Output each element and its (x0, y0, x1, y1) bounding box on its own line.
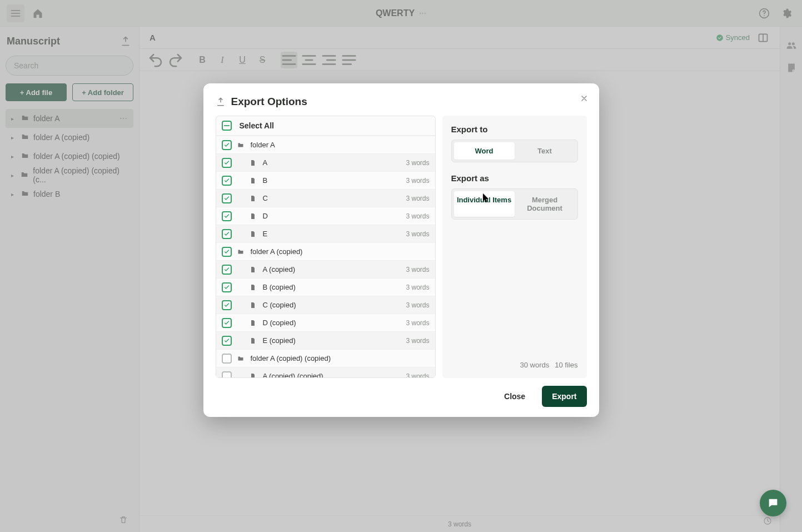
modal-backdrop[interactable]: Export Options Select All folder AA3 wor… (0, 0, 802, 532)
export-options-modal: Export Options Select All folder AA3 wor… (203, 83, 599, 417)
export-file-row[interactable]: B3 words (216, 171, 435, 189)
row-label: A (copied) (copied) (263, 372, 323, 377)
minus-icon (224, 125, 230, 126)
modal-title: Export Options (231, 96, 307, 108)
checkbox[interactable] (222, 265, 232, 275)
file-icon (250, 231, 257, 237)
check-icon (223, 213, 230, 220)
check-icon (223, 302, 230, 309)
row-label: C (copied) (263, 301, 296, 309)
row-word-count: 3 words (406, 266, 429, 274)
check-icon (223, 337, 230, 344)
checkbox[interactable] (222, 158, 232, 168)
check-icon (223, 284, 230, 291)
export-file-row[interactable]: C (copied)3 words (216, 296, 435, 314)
row-label: B (copied) (263, 283, 296, 291)
file-icon (250, 284, 257, 291)
row-word-count: 3 words (406, 284, 429, 291)
checkbox[interactable] (222, 229, 232, 239)
row-label: E (copied) (263, 336, 296, 345)
file-icon (250, 302, 257, 309)
row-label: C (263, 194, 268, 202)
select-all-label: Select All (240, 121, 275, 130)
checkbox[interactable] (222, 318, 232, 328)
export-file-row[interactable]: C3 words (216, 189, 435, 207)
check-icon (223, 248, 230, 255)
export-to-option[interactable]: Text (515, 142, 575, 160)
export-file-list[interactable]: folder AA3 wordsB3 wordsC3 wordsD3 words… (216, 136, 435, 377)
close-button[interactable]: Close (494, 386, 535, 407)
checkbox[interactable] (222, 140, 232, 150)
file-icon (250, 337, 257, 344)
row-word-count: 3 words (406, 301, 429, 309)
check-icon (223, 320, 230, 326)
export-to-option[interactable]: Word (454, 142, 515, 160)
svg-rect-4 (224, 125, 230, 126)
export-as-label: Export as (451, 173, 578, 183)
checkbox[interactable] (222, 211, 232, 221)
checkbox[interactable] (222, 193, 232, 203)
row-label: folder A (copied) (251, 247, 303, 256)
file-icon (250, 177, 257, 184)
check-icon (223, 231, 230, 237)
row-label: A (copied) (263, 265, 296, 274)
file-icon (250, 373, 257, 378)
row-label: D (copied) (263, 319, 296, 327)
chat-bubble-button[interactable] (760, 490, 786, 516)
export-folder-row[interactable]: folder A (copied) (copied) (216, 349, 435, 367)
close-icon (580, 94, 589, 103)
file-icon (250, 320, 257, 326)
row-word-count: 3 words (406, 230, 429, 238)
export-file-row[interactable]: A (copied) (copied)3 words (216, 367, 435, 377)
checkbox[interactable] (222, 371, 232, 378)
checkbox[interactable] (222, 336, 232, 346)
export-as-option[interactable]: Individual Items (454, 191, 515, 217)
row-word-count: 3 words (406, 159, 429, 167)
modal-close-button[interactable] (577, 91, 591, 106)
export-to-label: Export to (451, 125, 578, 134)
export-to-segment: WordText (451, 140, 578, 162)
export-file-row[interactable]: D3 words (216, 207, 435, 225)
row-label: D (263, 212, 268, 220)
export-file-row[interactable]: A (copied)3 words (216, 260, 435, 278)
row-label: B (263, 176, 268, 185)
export-file-row[interactable]: E3 words (216, 225, 435, 242)
checkbox[interactable] (222, 300, 232, 310)
checkbox[interactable] (222, 354, 232, 364)
row-word-count: 3 words (406, 319, 429, 327)
folder-icon (237, 248, 245, 255)
row-label: E (263, 230, 268, 238)
file-icon (250, 160, 257, 166)
select-all-checkbox[interactable] (222, 121, 232, 131)
export-as-segment: Individual ItemsMerged Document (451, 188, 578, 220)
export-as-option[interactable]: Merged Document (515, 191, 575, 217)
upload-icon (216, 97, 226, 107)
check-icon (223, 177, 230, 184)
folder-icon (237, 142, 245, 148)
export-file-row[interactable]: B (copied)3 words (216, 278, 435, 296)
summary-words: 30 words (520, 361, 550, 369)
checkbox[interactable] (222, 282, 232, 292)
export-folder-row[interactable]: folder A (216, 136, 435, 153)
export-folder-row[interactable]: folder A (copied) (216, 242, 435, 260)
export-file-row[interactable]: D (copied)3 words (216, 314, 435, 331)
row-label: folder A (copied) (copied) (251, 354, 331, 362)
chat-icon (767, 497, 779, 509)
check-icon (223, 142, 230, 148)
summary-files: 10 files (555, 361, 577, 369)
row-label: A (263, 158, 268, 167)
check-icon (223, 195, 230, 202)
checkbox[interactable] (222, 247, 232, 257)
row-word-count: 3 words (406, 177, 429, 185)
checkbox[interactable] (222, 176, 232, 186)
row-word-count: 3 words (406, 212, 429, 220)
folder-icon (237, 355, 245, 362)
file-icon (250, 195, 257, 202)
export-file-row[interactable]: A3 words (216, 153, 435, 171)
check-icon (223, 266, 230, 273)
check-icon (223, 160, 230, 166)
export-file-row[interactable]: E (copied)3 words (216, 331, 435, 349)
row-word-count: 3 words (406, 337, 429, 345)
export-button[interactable]: Export (542, 386, 586, 407)
row-label: folder A (251, 141, 275, 149)
